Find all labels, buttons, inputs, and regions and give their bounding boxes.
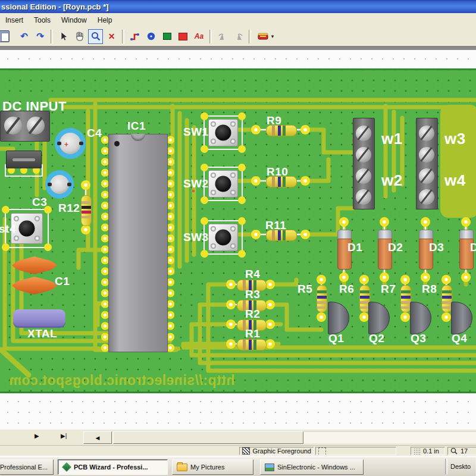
label-q3: Q3 <box>411 332 426 345</box>
label-dc-input: DC INPUT <box>2 99 67 114</box>
menu-tools[interactable]: Tools <box>29 14 56 26</box>
label-d1: D1 <box>347 241 362 254</box>
component-sw3[interactable] <box>203 220 243 255</box>
component-r12[interactable] <box>81 195 92 226</box>
folder-icon <box>177 464 187 471</box>
component-c3[interactable] <box>45 170 74 199</box>
scroll-prev-button[interactable]: ◀ <box>83 431 112 444</box>
desktop-toolbar-label[interactable]: Deskto <box>450 463 476 470</box>
pad-icon <box>44 243 52 251</box>
taskbar-button-my-pictures[interactable]: My Pictures <box>172 459 253 475</box>
label-q2: Q2 <box>369 332 384 345</box>
label-q4: Q4 <box>452 332 467 345</box>
scrollbar-thumb[interactable] <box>113 431 303 444</box>
design-canvas[interactable]: + <box>0 50 476 430</box>
rectangle-tool-button[interactable] <box>159 29 174 44</box>
pan-tool-button[interactable] <box>72 29 87 44</box>
label-c1: C1 <box>55 275 70 288</box>
menu-help[interactable]: Help <box>92 14 118 26</box>
component-sw2[interactable] <box>203 167 243 201</box>
route-tool-button[interactable] <box>127 29 142 44</box>
pin-icon <box>211 173 216 178</box>
pin-icon <box>35 236 40 241</box>
screw-icon <box>419 126 434 141</box>
label-r3: R3 <box>245 288 260 301</box>
text-tool-button[interactable]: Aa <box>192 29 206 44</box>
label-r6: R6 <box>339 283 354 296</box>
layer-indicator[interactable]: Graphic Foreground <box>239 447 314 455</box>
pcb-board[interactable]: + <box>0 68 476 393</box>
pin-icon <box>230 190 236 195</box>
grid-icon <box>414 448 420 455</box>
label-sw2: SW2 <box>183 177 209 190</box>
component-r5[interactable] <box>317 285 327 312</box>
component-terminal-w12[interactable] <box>353 118 375 209</box>
paste-icon <box>0 30 10 42</box>
component-ic1[interactable] <box>108 134 168 352</box>
redo-icon: ↷ <box>36 31 44 42</box>
menu-insert[interactable]: Insert <box>0 14 29 26</box>
screw-icon <box>419 147 434 162</box>
paste-button[interactable] <box>1 29 15 44</box>
pcb-wizard-icon <box>62 462 71 472</box>
component-c4[interactable]: + <box>55 128 86 159</box>
polarity-mark: + <box>64 140 68 149</box>
label-test4: st4 <box>0 223 16 236</box>
screw-icon <box>356 147 371 162</box>
track-icon <box>130 32 140 41</box>
taskbar-button-pcb-wizard[interactable]: PCB Wizard - Professi... <box>58 459 168 475</box>
rotate-left-button[interactable] <box>215 29 230 44</box>
pin-icon <box>14 216 19 221</box>
pin-icon <box>211 190 216 195</box>
pin-icon <box>211 226 216 231</box>
component-sw1[interactable] <box>203 115 243 150</box>
taskbar-button-professional[interactable]: Professional E... <box>0 459 54 475</box>
rotate-right-button[interactable] <box>231 29 246 44</box>
scroll-next-icon[interactable]: ▶ <box>35 433 39 439</box>
pad-icon <box>2 243 10 251</box>
component-r1[interactable] <box>237 339 267 350</box>
component-regulator[interactable] <box>6 151 42 168</box>
zoom-indicator[interactable]: 17 <box>447 447 476 455</box>
filled-rectangle-tool-button[interactable] <box>176 29 190 44</box>
pin-icon <box>230 243 236 249</box>
scrollbar-track[interactable] <box>113 431 476 443</box>
pointer-icon <box>59 32 68 41</box>
label-r7: R7 <box>381 283 396 296</box>
scroll-last-icon[interactable]: ▶| <box>61 433 67 439</box>
label-r11: R11 <box>265 219 286 232</box>
component-icon <box>257 32 270 41</box>
label-sw3: SW3 <box>183 231 209 244</box>
pin-icon <box>230 121 236 127</box>
pin-icon <box>211 243 216 249</box>
zoom-magnifier-icon <box>450 447 458 455</box>
undo-button[interactable]: ↶ <box>17 29 32 44</box>
zoom-tool-button[interactable] <box>88 29 103 44</box>
label-w1: w1 <box>381 130 403 148</box>
label-r12: R12 <box>58 202 80 215</box>
component-xtal[interactable] <box>13 309 65 326</box>
pin-icon <box>230 173 236 178</box>
label-r2: R2 <box>245 308 260 321</box>
menu-window[interactable]: Window <box>56 14 92 26</box>
label-w2: w2 <box>381 171 403 190</box>
label-c3: C3 <box>32 196 47 209</box>
taskbar-button-sinelectronic[interactable]: SinElectronic - Windows ... <box>260 459 364 475</box>
delete-button[interactable]: ✕ <box>104 29 119 44</box>
component-dc-terminal[interactable] <box>0 111 50 142</box>
window-title: ssional Edition - [Royn.pcb *] <box>1 2 109 11</box>
pad-icon <box>238 164 246 171</box>
redo-button[interactable]: ↷ <box>33 29 48 44</box>
status-bar: Graphic Foreground 0.1 in 17 <box>0 445 476 456</box>
pad-tool-button[interactable] <box>143 29 158 44</box>
screw-icon <box>356 168 371 184</box>
label-xtal: XTAL <box>27 327 57 340</box>
select-tool-button[interactable] <box>56 29 71 44</box>
grid-indicator[interactable]: 0.1 in <box>411 447 445 455</box>
component-library-button[interactable]: ▾ <box>254 29 277 44</box>
pin-icon <box>211 139 216 144</box>
pad-icon <box>238 112 246 120</box>
component-terminal-w34[interactable] <box>416 118 438 209</box>
menu-bar: Insert Tools Window Help <box>0 13 476 27</box>
taskbar-button-label: Professional E... <box>0 464 48 471</box>
